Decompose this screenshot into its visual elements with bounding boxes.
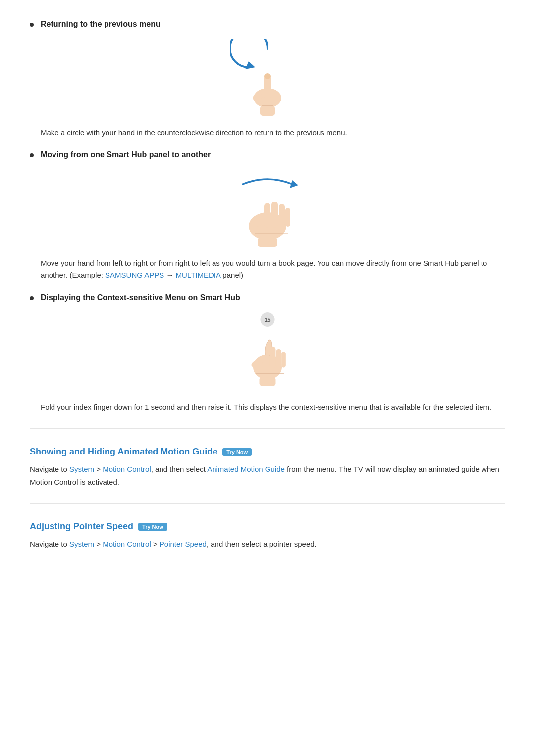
section-2-gt-1: >	[94, 540, 103, 548]
svg-rect-19	[270, 347, 276, 368]
section-2-text-1: Navigate to	[30, 540, 69, 548]
svg-marker-7	[290, 180, 298, 188]
bullet-item-2: Moving from one Smart Hub panel to anoth…	[30, 151, 505, 159]
bullet-3-description: Fold your index finger down for 1 second…	[41, 402, 505, 413]
svg-rect-20	[276, 349, 281, 368]
svg-point-6	[264, 73, 271, 79]
section-heading-2: Adjusting Pointer Speed Try Now	[30, 521, 505, 532]
svg-rect-10	[271, 202, 278, 228]
swipe-gesture-icon	[213, 169, 322, 249]
bullet-dot-3	[30, 296, 34, 300]
section-2-description: Navigate to System > Motion Control > Po…	[30, 538, 505, 551]
system-link-1[interactable]: System	[69, 465, 94, 473]
section-1-text-1: Navigate to	[30, 465, 69, 473]
svg-rect-12	[285, 208, 290, 227]
bullet-item-3: Displaying the Context-sensitive Menu on…	[30, 293, 505, 302]
svg-text:15: 15	[265, 316, 271, 323]
bullet-2-description: Move your hand from left to right or fro…	[41, 257, 505, 281]
pointer-speed-link[interactable]: Pointer Speed	[160, 540, 207, 548]
section-1-gt-1: >	[94, 465, 103, 473]
bullet-1-description: Make a circle with your hand in the coun…	[41, 127, 505, 139]
svg-rect-11	[279, 204, 285, 227]
bullet-item-1: Returning to the previous menu	[30, 20, 505, 29]
system-link-2[interactable]: System	[69, 540, 94, 548]
samsung-apps-link[interactable]: SAMSUNG APPS	[105, 271, 164, 279]
gesture-image-2	[30, 169, 505, 249]
svg-rect-9	[264, 203, 270, 228]
bullet-label-2: Moving from one Smart Hub panel to anoth…	[41, 151, 211, 159]
section-heading-1: Showing and Hiding Animated Motion Guide…	[30, 447, 505, 457]
motion-control-link-2[interactable]: Motion Control	[103, 540, 151, 548]
bullet-dot-1	[30, 23, 34, 27]
bullet-label-3: Displaying the Context-sensitive Menu on…	[41, 293, 240, 302]
section-heading-1-text: Showing and Hiding Animated Motion Guide	[30, 447, 217, 457]
motion-control-link-1[interactable]: Motion Control	[103, 465, 151, 473]
section-1-desc-mid: , and then select	[151, 465, 207, 473]
svg-rect-21	[281, 352, 286, 367]
section-2-gt-2: >	[151, 540, 160, 548]
svg-rect-14	[258, 238, 277, 247]
animated-guide-link[interactable]: Animated Motion Guide	[207, 465, 285, 473]
section-2-desc-end: , and then select a pointer speed.	[207, 540, 317, 548]
section-heading-2-text: Adjusting Pointer Speed	[30, 521, 133, 532]
svg-marker-0	[245, 61, 255, 69]
gesture-image-1	[30, 39, 505, 118]
gesture-image-3: 15	[30, 312, 505, 393]
multimedia-link[interactable]: MULTIMEDIA	[176, 271, 221, 279]
try-now-badge-2[interactable]: Try Now	[138, 523, 167, 531]
counterclockwise-gesture-icon	[230, 39, 305, 118]
bullet-2-text-part2: panel)	[220, 271, 243, 279]
bullet-dot-2	[30, 153, 34, 157]
try-now-badge-1[interactable]: Try Now	[222, 448, 252, 456]
section-divider-1	[30, 428, 505, 429]
fold-finger-gesture-icon: 15	[235, 312, 300, 391]
bullet-label-1: Returning to the previous menu	[41, 20, 160, 29]
context-gesture-wrap: 15	[235, 312, 300, 393]
svg-rect-23	[260, 377, 276, 386]
svg-rect-5	[260, 106, 275, 116]
bullet-2-arrow: →	[164, 271, 175, 279]
section-divider-2	[30, 503, 505, 504]
section-1-description: Navigate to System > Motion Control, and…	[30, 463, 505, 488]
